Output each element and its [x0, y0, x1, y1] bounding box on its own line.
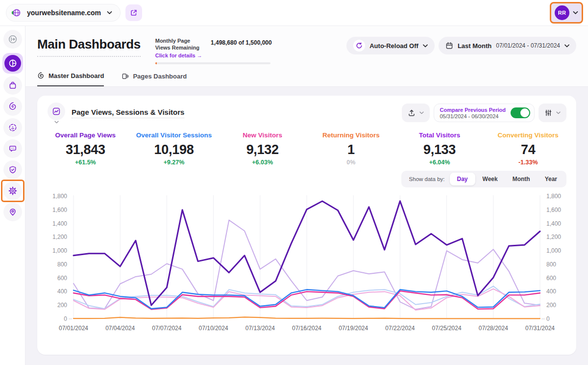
quota-progress-fill — [155, 62, 157, 64]
metric-new-visitors[interactable]: New Visitors9,132+6.03% — [218, 131, 307, 166]
quota-label: Monthly Page Views Remaining — [155, 38, 204, 52]
quota-widget: Monthly Page Views Remaining Click for d… — [155, 38, 272, 64]
svg-text:1,000: 1,000 — [52, 247, 67, 254]
export-button[interactable] — [402, 104, 430, 122]
pages-icon — [122, 73, 129, 80]
svg-text:07/25/2024: 07/25/2024 — [432, 325, 462, 332]
chevron-down-icon — [573, 11, 578, 15]
sidebar-toggle-icon — [8, 34, 18, 44]
card-type-selector[interactable] — [47, 103, 66, 124]
svg-text:0: 0 — [546, 315, 550, 322]
svg-text:07/04/2024: 07/04/2024 — [105, 325, 135, 332]
user-menu[interactable]: RR — [550, 2, 583, 24]
metric-value: 9,132 — [218, 142, 307, 157]
metric-returning-visitors[interactable]: Returning Visitors10% — [307, 131, 395, 166]
open-site-button[interactable] — [125, 4, 142, 21]
main-content: Main Dashboards Monthly Page Views Remai… — [25, 26, 588, 365]
metric-overall-page-views[interactable]: Overall Page Views31,843+61.5% — [41, 131, 130, 166]
svg-text:800: 800 — [57, 261, 67, 267]
svg-text:400: 400 — [57, 288, 67, 295]
chevron-down-icon — [54, 121, 59, 124]
settings-gear-icon — [8, 186, 18, 196]
dashboards-pie-icon — [8, 59, 17, 68]
compare-label: Compare Previous Period — [440, 106, 506, 113]
refresh-icon — [353, 40, 365, 52]
show-data-by-day[interactable]: Day — [450, 173, 475, 185]
external-link-icon — [130, 9, 138, 17]
metric-change: +9.27% — [130, 159, 219, 166]
svg-text:1,400: 1,400 — [52, 220, 67, 227]
svg-text:07/19/2024: 07/19/2024 — [339, 325, 368, 332]
svg-text:0: 0 — [64, 315, 67, 322]
sidebar-item-sessions[interactable] — [3, 118, 22, 137]
export-upload-icon — [408, 109, 416, 117]
chart-settings-button[interactable] — [539, 104, 566, 122]
tab-master-dashboard[interactable]: Master Dashboard — [37, 72, 104, 86]
tab-label: Master Dashboard — [49, 72, 104, 79]
metric-change: +6.03% — [218, 159, 307, 166]
metric-overall-visitor-sessions[interactable]: Overall Visitor Sessions10,198+9.27% — [130, 131, 219, 166]
calendar-icon — [445, 42, 453, 50]
metric-label: Overall Visitor Sessions — [130, 131, 219, 139]
auto-reload-label: Auto-Reload Off — [369, 42, 418, 50]
metric-value: 1 — [307, 142, 395, 157]
compare-previous-period[interactable]: Compare Previous Period 05/31/2024 - 06/… — [434, 104, 535, 122]
date-range-text: 07/01/2024 - 07/31/2024 — [496, 42, 560, 49]
chevron-down-icon — [423, 44, 428, 48]
sidebar-item-dashboards[interactable] — [2, 53, 23, 74]
quota-details-link[interactable]: Click for details → — [155, 52, 204, 58]
pageviews-card: Page Views, Sessions & Visitors Compare … — [37, 96, 576, 355]
svg-text:1,200: 1,200 — [52, 234, 67, 240]
metric-converting-visitors[interactable]: Converting Visitors74-1.33% — [484, 131, 572, 166]
metric-total-visitors[interactable]: Total Visitors9,133+6.04% — [395, 131, 484, 166]
sidebar-item-security[interactable] — [3, 160, 22, 179]
chevron-down-icon — [419, 111, 424, 114]
metric-label: Returning Visitors — [307, 131, 395, 139]
globe-icon — [11, 8, 21, 18]
tab-pages-dashboard[interactable]: Pages Dashboard — [122, 72, 187, 86]
spiral-icon — [37, 72, 45, 79]
app-window: yourwebsitename.com RR — [0, 0, 588, 365]
session-focus-icon — [8, 123, 17, 132]
card-title: Page Views, Sessions & Visitors — [72, 108, 184, 118]
svg-text:200: 200 — [546, 302, 556, 309]
svg-text:800: 800 — [546, 261, 556, 267]
sliders-icon — [544, 109, 552, 117]
metric-label: New Visitors — [218, 131, 307, 139]
svg-text:400: 400 — [546, 288, 556, 295]
compare-toggle[interactable] — [511, 107, 530, 118]
metric-value: 74 — [484, 142, 572, 157]
site-selector[interactable]: yourwebsitename.com — [6, 4, 121, 22]
svg-text:07/07/2024: 07/07/2024 — [152, 325, 181, 332]
feedback-chat-icon — [8, 144, 17, 153]
sidebar-item-goals[interactable] — [3, 97, 22, 116]
visitor-location-icon — [8, 208, 17, 216]
date-range-picker[interactable]: Last Month 07/01/2024 - 07/31/2024 — [439, 37, 576, 54]
page-header: Main Dashboards Monthly Page Views Remai… — [25, 26, 588, 87]
top-bar: yourwebsitename.com RR — [0, 0, 588, 26]
sidebar-item-settings[interactable] — [3, 182, 22, 200]
show-data-by-year[interactable]: Year — [538, 173, 564, 185]
sidebar-item-visitor-location[interactable] — [3, 203, 22, 221]
show-data-by-month[interactable]: Month — [505, 173, 538, 185]
show-data-by-week[interactable]: Week — [475, 173, 505, 185]
metric-change: -1.33% — [484, 159, 572, 166]
svg-text:07/22/2024: 07/22/2024 — [385, 325, 415, 332]
page-title: Main Dashboards — [37, 37, 141, 57]
svg-text:1,800: 1,800 — [546, 193, 561, 200]
sidebar-item-feedback[interactable] — [3, 139, 22, 158]
svg-text:07/28/2024: 07/28/2024 — [479, 325, 508, 332]
avatar[interactable]: RR — [555, 5, 569, 20]
chart-area: 07/01/202407/04/202407/07/202407/10/2024… — [45, 189, 568, 338]
goals-spiral-icon — [8, 102, 17, 111]
sidebar-item-orders[interactable] — [3, 76, 22, 95]
metric-label: Overall Page Views — [41, 131, 130, 139]
auto-reload-dropdown[interactable]: Auto-Reload Off — [346, 37, 435, 54]
quota-progress-bar — [155, 62, 270, 64]
svg-text:07/16/2024: 07/16/2024 — [292, 325, 321, 332]
chevron-down-icon — [564, 44, 569, 48]
line-chart-icon — [52, 107, 61, 116]
sidebar-toggle[interactable] — [3, 30, 22, 49]
chevron-down-icon — [556, 111, 561, 114]
svg-text:1,200: 1,200 — [546, 234, 561, 240]
